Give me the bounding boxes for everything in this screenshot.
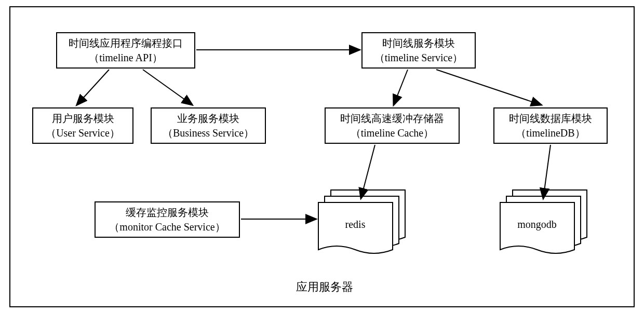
arrow-service-to-cache [394,70,408,105]
arrow-db-to-mongodb [543,145,551,198]
arrow-api-to-user [77,70,109,105]
arrow-cache-to-redis [361,145,375,198]
arrow-service-to-db [436,70,541,105]
arrow-api-to-business [143,70,192,105]
arrows-overlay [0,0,644,326]
